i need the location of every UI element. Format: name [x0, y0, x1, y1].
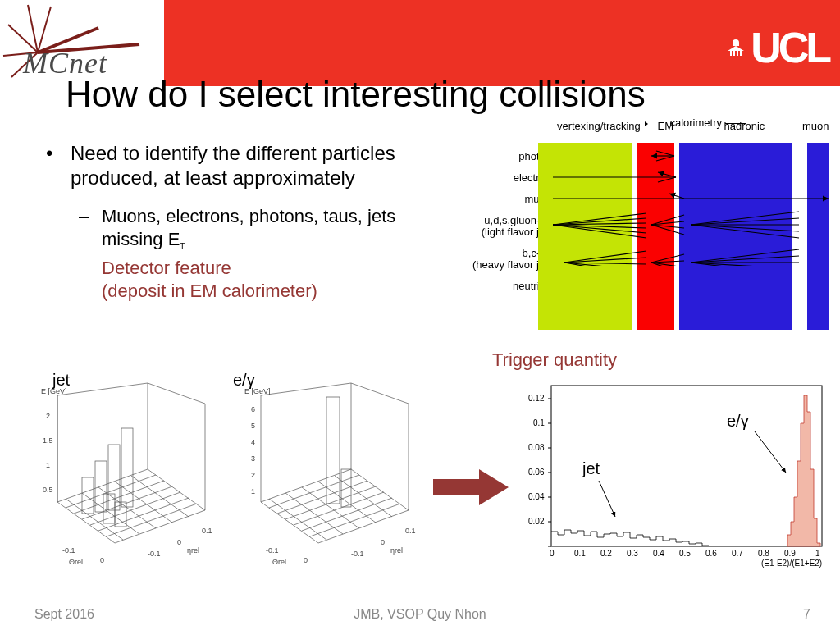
svg-line-89: [302, 487, 359, 528]
svg-text:6: 6: [251, 405, 255, 413]
slide-title: How do I select interesting collisions: [66, 74, 646, 115]
svg-line-8: [656, 151, 674, 156]
svg-rect-65: [103, 494, 115, 523]
svg-text:Θrel: Θrel: [69, 558, 83, 566]
svg-rect-92: [326, 397, 340, 504]
hist-annotation-arrows-icon: [515, 379, 830, 569]
svg-line-25: [691, 212, 799, 225]
ucl-letters: UCL: [751, 26, 829, 69]
det-col-vt-label: vertexing/tracking: [553, 120, 645, 132]
svg-line-56: [66, 499, 123, 540]
svg-text:1: 1: [251, 487, 255, 495]
svg-line-30: [564, 251, 646, 262]
footer-page: 7: [803, 607, 810, 622]
svg-line-14: [669, 194, 684, 199]
svg-text:0: 0: [100, 556, 104, 564]
svg-line-26: [691, 218, 799, 225]
svg-text:-0.1: -0.1: [148, 550, 161, 558]
detfeat-l1: Detector feature: [102, 258, 231, 278]
svg-line-40: [691, 256, 799, 262]
bullet-2-sub: T: [180, 242, 185, 251]
svg-line-9: [656, 156, 674, 161]
svg-line-28: [691, 225, 799, 231]
svg-text:0.1: 0.1: [202, 527, 212, 535]
svg-text:-0.1: -0.1: [351, 550, 364, 558]
trigger-histogram: 0.02 0.04 0.06 0.08 0.1 0.12 0 0.1 0.2 0…: [515, 379, 830, 569]
svg-text:Θrel: Θrel: [272, 558, 286, 566]
svg-line-11: [658, 172, 676, 177]
svg-line-128: [599, 481, 615, 517]
ucl-logo: UCL: [728, 26, 829, 69]
svg-text:4: 4: [251, 438, 255, 446]
svg-line-90: [318, 482, 376, 523]
svg-line-12: [658, 177, 676, 182]
det-row-labels: photon electron muon u,d,s,gluon-jet(lig…: [456, 148, 551, 299]
bullet-1: Need to identify the different particles…: [46, 141, 440, 190]
svg-marker-101: [433, 469, 509, 505]
svg-line-39: [691, 249, 799, 262]
svg-text:-0.1: -0.1: [62, 546, 75, 555]
svg-text:0.1: 0.1: [405, 527, 416, 535]
lego-jet-label: jet: [52, 371, 70, 390]
svg-text:0.5: 0.5: [43, 486, 53, 494]
row-electron: electron: [456, 169, 551, 190]
svg-line-129: [755, 431, 786, 472]
arrow-right-icon: [433, 468, 509, 510]
det-tracks-icon: [553, 143, 829, 266]
det-col-muon-label: muon: [802, 120, 829, 132]
detector-feature-note: Detector feature (deposit in EM calorime…: [102, 257, 440, 302]
detfeat-l2: (deposit in EM calorimeter): [102, 281, 317, 301]
svg-line-81: [269, 475, 359, 508]
svg-rect-61: [82, 477, 94, 514]
svg-text:2: 2: [251, 471, 255, 479]
bullet-2-text: Muons, electrons, photons, taus, jets mi…: [102, 206, 395, 249]
svg-line-31: [564, 258, 646, 262]
row-muon: muon: [456, 190, 551, 212]
svg-text:ηrel: ηrel: [390, 546, 403, 555]
bullet-list: Need to identify the different particles…: [46, 141, 440, 302]
svg-text:2: 2: [46, 412, 50, 420]
svg-line-58: [98, 487, 156, 528]
svg-line-50: [66, 475, 156, 508]
footer-author: JMB, VSOP Quy Nhon: [0, 607, 840, 622]
svg-line-88: [285, 493, 343, 534]
lego-plot-eg: e/γ E [GeV] 654321 -0.10Θrel -0.100.1ηre…: [228, 379, 427, 573]
svg-line-29: [691, 225, 799, 238]
svg-line-87: [269, 499, 326, 540]
svg-text:0: 0: [381, 538, 385, 546]
svg-text:1.5: 1.5: [43, 436, 53, 445]
bullet-2: Muons, electrons, photons, taus, jets mi…: [46, 205, 440, 252]
row-lightjet: u,d,s,gluon-jet(light flavor jet): [456, 212, 551, 244]
lego-eg-label: e/γ: [233, 371, 255, 390]
row-neutrino: neutrino: [456, 277, 551, 299]
row-photon: photon: [456, 148, 551, 169]
detector-diagram: vertexing/tracking EM hadronic muon calo…: [456, 120, 829, 341]
svg-text:ηrel: ηrel: [187, 546, 199, 555]
slide-footer: Sept 2016 JMB, VSOP Quy Nhon 7: [0, 607, 840, 625]
row-heavyjet: b,c-jet(heavy flavor jet): [456, 244, 551, 277]
svg-text:5: 5: [251, 422, 255, 430]
ucl-portico-icon: [728, 39, 744, 56]
svg-text:-0.1: -0.1: [266, 546, 279, 555]
lego-plot-jet: jet E [GeV] 21.510.5 -0.10Θrel -0.100.1η…: [25, 379, 223, 573]
det-calorimetry-label: calorimetry: [641, 116, 750, 129]
svg-rect-64: [121, 428, 133, 507]
svg-text:1: 1: [46, 461, 50, 469]
svg-text:0: 0: [177, 538, 181, 546]
trigger-quantity-label: Trigger quantity: [492, 349, 617, 371]
svg-text:3: 3: [251, 454, 255, 463]
svg-text:0: 0: [304, 556, 308, 564]
